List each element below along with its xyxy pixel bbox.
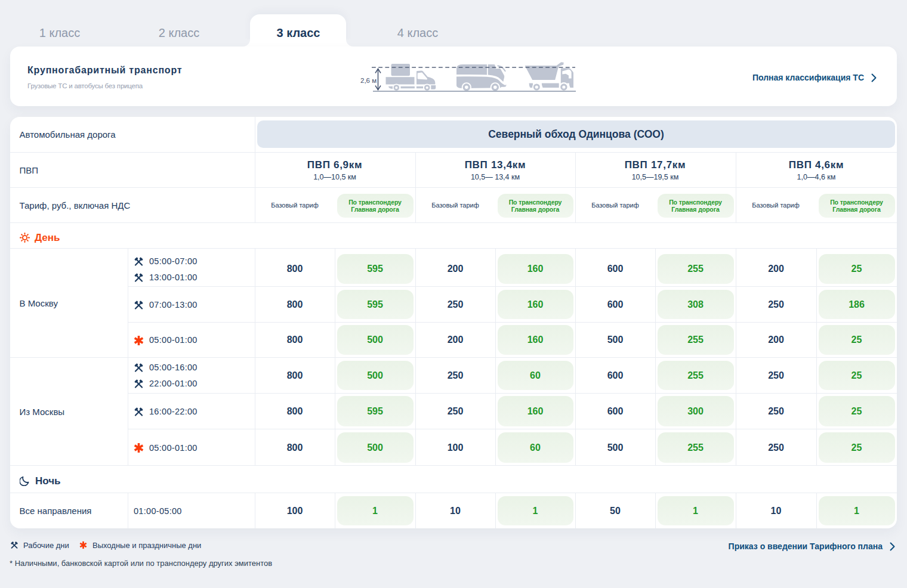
svg-text:2,6 м: 2,6 м [360,77,377,84]
